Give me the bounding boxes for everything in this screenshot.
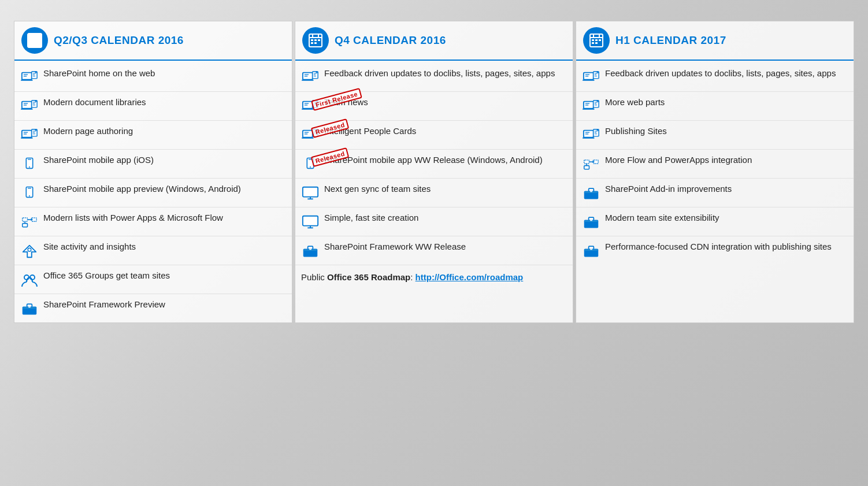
svg-rect-121 bbox=[583, 80, 595, 81]
svg-point-38 bbox=[29, 166, 30, 168]
item-text-h1-2: Publishing Sites bbox=[605, 125, 848, 137]
item-icon-laptop-doc-2 bbox=[301, 126, 320, 144]
item-icon-groups-7 bbox=[20, 270, 39, 289]
calendar-icon-q2q3 bbox=[21, 27, 48, 54]
column-header-label-h1: H1 CALENDAR 2017 bbox=[615, 34, 726, 47]
item-icon-monitor-4 bbox=[301, 184, 320, 202]
svg-rect-77 bbox=[305, 103, 309, 103]
calendar-icon-h1 bbox=[583, 27, 610, 54]
item-row-q2q3-8: SharePoint Framework Preview bbox=[14, 294, 292, 322]
svg-rect-67 bbox=[305, 74, 309, 75]
svg-rect-129 bbox=[585, 103, 590, 103]
item-text-q4-2: Intelligent People Cards bbox=[324, 125, 567, 137]
item-row-q2q3-4: SharePoint mobile app preview (Windows, … bbox=[14, 179, 292, 207]
svg-rect-19 bbox=[24, 105, 27, 105]
svg-rect-29 bbox=[24, 133, 27, 134]
svg-rect-73 bbox=[314, 76, 317, 76]
svg-rect-24 bbox=[33, 105, 36, 105]
svg-rect-14 bbox=[33, 76, 36, 76]
item-text-h1-1: More web parts bbox=[605, 97, 848, 108]
svg-rect-68 bbox=[305, 76, 308, 76]
svg-rect-10 bbox=[21, 80, 33, 81]
item-row-q4-2: Released Intelligent People Cards bbox=[295, 121, 573, 150]
svg-rect-91 bbox=[314, 131, 317, 132]
item-row-q2q3-1: Modern document libraries bbox=[14, 92, 292, 121]
item-text-q2q3-4: SharePoint mobile app preview (Windows, … bbox=[43, 183, 286, 195]
svg-rect-124 bbox=[595, 75, 597, 75]
svg-rect-135 bbox=[595, 105, 598, 105]
svg-rect-111 bbox=[593, 34, 594, 37]
svg-rect-30 bbox=[21, 138, 33, 139]
svg-rect-123 bbox=[595, 73, 598, 74]
item-icon-laptop-doc-1 bbox=[301, 97, 320, 116]
svg-rect-131 bbox=[583, 109, 595, 110]
item-icon-mobile-3 bbox=[20, 155, 39, 173]
svg-rect-144 bbox=[595, 132, 597, 133]
svg-rect-60 bbox=[318, 34, 319, 37]
item-row-q4-4: Next gen sync of team sites bbox=[295, 179, 573, 207]
svg-point-41 bbox=[29, 195, 30, 196]
svg-rect-81 bbox=[314, 102, 317, 103]
svg-rect-8 bbox=[24, 74, 28, 75]
svg-rect-65 bbox=[314, 42, 317, 44]
svg-rect-92 bbox=[314, 132, 316, 133]
svg-rect-79 bbox=[302, 109, 314, 110]
svg-rect-120 bbox=[585, 76, 589, 76]
item-icon-laptop-doc-0 bbox=[301, 68, 320, 87]
item-text-q4-1: Team news bbox=[324, 97, 567, 108]
item-icon-monitor-5 bbox=[301, 213, 320, 231]
svg-rect-69 bbox=[302, 80, 314, 81]
item-icon-briefcase-6 bbox=[582, 242, 600, 260]
svg-rect-93 bbox=[314, 133, 317, 134]
svg-rect-110 bbox=[590, 37, 603, 38]
item-text-q4-0: Feedback driven updates to doclibs, list… bbox=[324, 68, 567, 79]
svg-rect-18 bbox=[24, 103, 28, 103]
footer-link[interactable]: http://Office.com/roadmap bbox=[416, 272, 524, 282]
item-icon-briefcase-5 bbox=[582, 213, 600, 231]
item-icon-analytics-6 bbox=[20, 242, 39, 260]
svg-rect-133 bbox=[595, 102, 598, 103]
column-h1: H1 CALENDAR 2017 Feedback driven updates… bbox=[576, 21, 854, 323]
svg-rect-125 bbox=[595, 76, 598, 76]
item-text-q2q3-1: Modern document libraries bbox=[43, 97, 286, 108]
svg-rect-48 bbox=[23, 224, 28, 227]
svg-rect-140 bbox=[585, 133, 589, 134]
svg-rect-145 bbox=[595, 133, 598, 134]
item-row-q4-6: SharePoint Framework WW Release bbox=[295, 236, 573, 265]
svg-rect-102 bbox=[303, 216, 318, 226]
item-text-q2q3-0: SharePoint home on the web bbox=[43, 68, 286, 79]
footer-bold: Office 365 Roadmap bbox=[327, 272, 410, 282]
item-row-h1-1: More web parts bbox=[576, 92, 854, 121]
item-icon-laptop-doc-2 bbox=[20, 126, 39, 144]
item-icon-briefcase-6 bbox=[301, 242, 320, 260]
footer-q4: Public Office 365 Roadmap: http://Office… bbox=[295, 265, 573, 287]
item-text-h1-3: More Flow and PowerApps integration bbox=[605, 154, 848, 166]
item-text-q2q3-8: SharePoint Framework Preview bbox=[43, 299, 286, 310]
svg-rect-134 bbox=[595, 103, 597, 104]
svg-rect-28 bbox=[24, 132, 28, 132]
svg-rect-9 bbox=[24, 76, 27, 76]
svg-rect-139 bbox=[585, 132, 590, 132]
item-text-h1-4: SharePoint Add-in improvements bbox=[605, 183, 848, 195]
item-icon-laptop-doc-2 bbox=[582, 126, 600, 144]
svg-rect-33 bbox=[33, 132, 35, 133]
svg-rect-119 bbox=[585, 74, 590, 75]
item-icon-laptop-doc-0 bbox=[20, 68, 39, 87]
svg-rect-115 bbox=[599, 39, 601, 41]
svg-rect-32 bbox=[33, 131, 36, 132]
item-icon-laptop-doc-0 bbox=[582, 68, 600, 87]
svg-rect-88 bbox=[305, 133, 308, 134]
column-header-label-q2q3: Q2/Q3 CALENDAR 2016 bbox=[54, 34, 184, 47]
item-text-q2q3-6: Site activity and insights bbox=[43, 241, 286, 253]
svg-rect-6 bbox=[29, 42, 31, 43]
svg-rect-59 bbox=[312, 34, 313, 37]
svg-rect-99 bbox=[303, 187, 318, 197]
item-row-q2q3-6: Site activity and insights bbox=[14, 236, 292, 265]
svg-rect-116 bbox=[592, 42, 594, 44]
item-text-q4-4: Next gen sync of team sites bbox=[324, 183, 567, 195]
svg-rect-114 bbox=[595, 39, 598, 41]
svg-rect-13 bbox=[33, 75, 35, 75]
svg-rect-141 bbox=[583, 138, 595, 139]
item-icon-mobile-4 bbox=[20, 184, 39, 202]
svg-rect-89 bbox=[302, 138, 314, 139]
